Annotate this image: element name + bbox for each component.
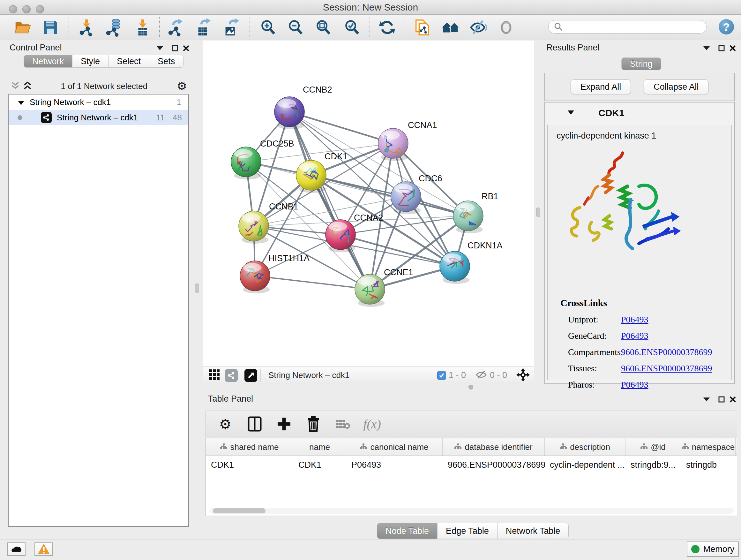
results-panel-close-icon[interactable] xyxy=(728,44,738,52)
selected-indicator-checkbox[interactable] xyxy=(437,371,446,380)
table-horizontal-scrollbar[interactable] xyxy=(210,508,734,514)
save-session-icon[interactable] xyxy=(40,17,61,38)
window-minimize-light[interactable] xyxy=(22,5,30,13)
network-row[interactable]: String Network – cdk1 11 48 xyxy=(9,110,188,125)
clone-network-icon[interactable] xyxy=(412,17,432,38)
network-edge[interactable] xyxy=(289,112,393,143)
tab-network-table[interactable]: Network Table xyxy=(497,523,569,539)
hidden-indicator-icon[interactable] xyxy=(475,370,487,381)
table-cell[interactable]: 9606.ENSP00000378699 xyxy=(443,456,545,474)
crosslink-link[interactable]: P06493 xyxy=(621,331,649,341)
column-header-shared-name[interactable]: shared name xyxy=(206,438,293,455)
pan-crosshair-icon[interactable] xyxy=(516,368,530,383)
column-header--id[interactable]: @id xyxy=(625,438,681,455)
table-cell[interactable]: stringdb xyxy=(681,456,736,474)
zoom-selected-icon[interactable] xyxy=(342,17,362,38)
table-panel-maximize-icon[interactable] xyxy=(717,395,726,403)
control-panel-float-icon[interactable] xyxy=(155,44,165,52)
crosslink-link[interactable]: P06493 xyxy=(621,380,649,390)
column-header-description[interactable]: description xyxy=(545,438,625,455)
table-panel-float-icon[interactable] xyxy=(702,395,711,403)
results-panel-float-icon[interactable] xyxy=(702,44,711,52)
results-panel-string-tab[interactable]: String xyxy=(621,57,661,70)
expand-all-button[interactable]: Expand All xyxy=(570,79,631,94)
show-panel-icon[interactable] xyxy=(496,17,516,38)
crosslink-link[interactable]: 9606.ENSP00000378699 xyxy=(621,363,712,374)
scrollbar-thumb[interactable] xyxy=(213,508,266,513)
network-node-cdkn1a[interactable]: CDKN1A xyxy=(440,241,502,284)
table-cell[interactable]: CDK1 xyxy=(293,456,346,474)
tab-style[interactable]: Style xyxy=(72,55,109,68)
table-panel-close-icon[interactable] xyxy=(728,395,738,403)
network-node-ccna1[interactable]: CCNA1 xyxy=(378,120,437,161)
export-table-icon[interactable] xyxy=(193,17,213,38)
window-close-light[interactable] xyxy=(9,5,17,13)
crosslink-link[interactable]: 9606.ENSP00000378699 xyxy=(621,347,712,357)
show-columns-icon[interactable] xyxy=(246,416,263,432)
network-canvas[interactable]: CCNB2CCNA1CDC25BCDK1CDC6RB1CCNB1CCNA2CDK… xyxy=(203,41,534,367)
search-input[interactable] xyxy=(566,21,706,33)
network-collection-row[interactable]: String Network – cdk1 1 xyxy=(9,95,188,110)
table-options-gear-icon[interactable]: ⚙ xyxy=(217,416,234,432)
export-network-icon[interactable] xyxy=(165,17,186,38)
column-header-name[interactable]: name xyxy=(293,438,346,455)
import-network-icon[interactable] xyxy=(76,17,97,38)
import-table-icon[interactable] xyxy=(132,17,153,38)
control-panel-close-icon[interactable] xyxy=(181,44,191,52)
network-node-hist1h1a[interactable]: HIST1H1A xyxy=(240,253,310,294)
zoom-in-icon[interactable] xyxy=(258,17,278,38)
network-node-ccne1[interactable]: CCNE1 xyxy=(355,267,413,307)
control-panel-maximize-icon[interactable] xyxy=(170,44,180,52)
network-node-cdc25b[interactable]: CDC25B xyxy=(231,139,294,179)
string-style-icon[interactable] xyxy=(225,369,238,382)
table-cell[interactable]: stringdb:9... xyxy=(625,456,681,474)
collapse-all-networks-icon[interactable] xyxy=(11,81,19,91)
column-header-database-identifier[interactable]: database identifier xyxy=(443,438,545,455)
tab-select[interactable]: Select xyxy=(109,55,149,68)
cloud-status-button[interactable] xyxy=(7,543,25,556)
export-image-icon[interactable] xyxy=(221,17,241,38)
network-node-rb1[interactable]: RB1 xyxy=(453,192,498,233)
open-session-icon[interactable] xyxy=(12,17,32,38)
tab-network[interactable]: Network xyxy=(23,55,72,68)
expand-all-networks-icon[interactable] xyxy=(23,81,31,91)
birdseye-home-icon[interactable] xyxy=(441,17,461,38)
network-node-ccnb1[interactable]: CCNB1 xyxy=(239,202,298,244)
import-database-icon[interactable] xyxy=(103,17,124,38)
column-header-namespace[interactable]: namespace xyxy=(681,438,736,455)
memory-button[interactable]: Memory xyxy=(687,542,739,557)
warning-status-button[interactable] xyxy=(35,543,53,556)
crosslink-link[interactable]: P06493 xyxy=(621,314,649,325)
zoom-fit-icon[interactable] xyxy=(313,17,333,38)
help-icon[interactable]: ? xyxy=(719,19,734,35)
network-edge[interactable] xyxy=(255,276,370,289)
tab-sets[interactable]: Sets xyxy=(149,55,184,68)
window-zoom-light[interactable] xyxy=(36,5,44,13)
collapse-all-button[interactable]: Collapse All xyxy=(644,79,709,94)
refresh-layout-icon[interactable] xyxy=(377,17,397,38)
zoom-out-icon[interactable] xyxy=(285,17,306,38)
delete-column-trash-icon[interactable] xyxy=(305,416,322,432)
birdseye-view-icon[interactable] xyxy=(245,369,257,382)
tab-edge-table[interactable]: Edge Table xyxy=(437,523,497,539)
tab-node-table[interactable]: Node Table xyxy=(377,523,437,539)
left-splitter-handle[interactable] xyxy=(195,284,199,293)
show-grid-icon[interactable] xyxy=(209,369,220,381)
add-column-icon[interactable] xyxy=(275,417,293,431)
network-node-cdc6[interactable]: CDC6 xyxy=(391,174,442,214)
network-edge[interactable] xyxy=(311,175,468,216)
collection-expand-icon[interactable] xyxy=(18,98,24,107)
network-node-cdk1[interactable]: CDK1 xyxy=(296,152,347,193)
results-panel-maximize-icon[interactable] xyxy=(717,44,726,52)
right-splitter-handle[interactable] xyxy=(536,207,540,217)
network-options-gear-icon[interactable]: ⚙ xyxy=(177,79,187,93)
entry-collapse-icon[interactable] xyxy=(568,110,574,116)
horizontal-splitter-handle[interactable] xyxy=(468,385,473,389)
entry-header[interactable]: CDK1 xyxy=(545,103,734,124)
table-cell[interactable]: P06493 xyxy=(346,456,443,474)
table-cell[interactable]: CDK1 xyxy=(206,456,293,474)
table-row[interactable]: CDK1CDK1P064939606.ENSP00000378699cyclin… xyxy=(206,456,737,474)
table-cell[interactable]: cyclin-dependent ... xyxy=(545,456,625,474)
column-header-canonical-name[interactable]: canonical name xyxy=(346,438,443,455)
hide-panel-icon[interactable] xyxy=(468,17,488,38)
